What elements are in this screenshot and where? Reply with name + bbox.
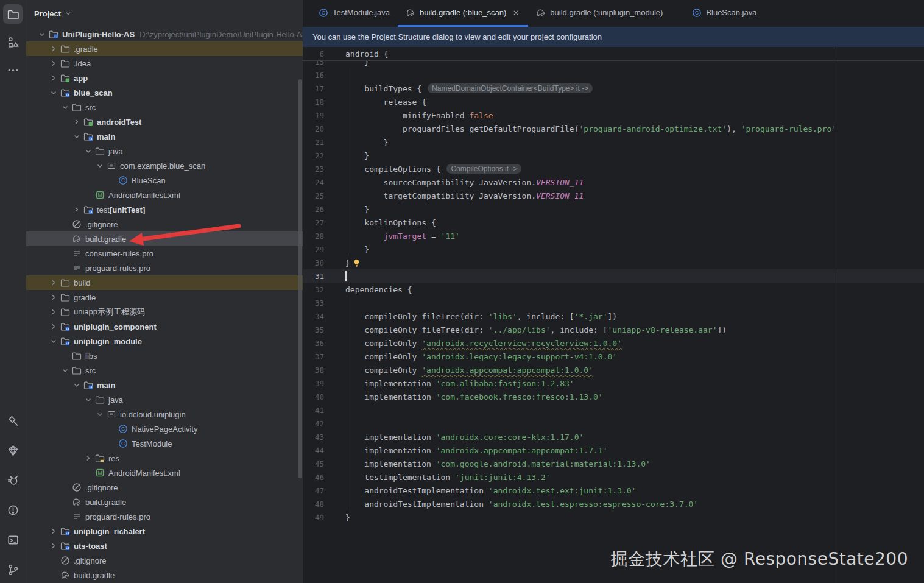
chevron-down-icon[interactable]	[72, 132, 82, 141]
code-line[interactable]: 41	[303, 403, 924, 417]
tree-item[interactable]: .idea	[26, 56, 303, 71]
code-line-clipped[interactable]: 15 }	[303, 61, 924, 68]
chevron-down-icon[interactable]	[95, 409, 105, 419]
tree-item[interactable]: MAndroidManifest.xml	[26, 465, 303, 480]
tree-item[interactable]: java	[26, 392, 303, 407]
tree-item[interactable]: build.gradle	[26, 231, 303, 246]
chevron-right-icon[interactable]	[49, 73, 58, 83]
code-line[interactable]: 47 androidTestImplementation 'androidx.t…	[303, 484, 924, 497]
tree-item[interactable]: app	[26, 71, 303, 85]
app-quality-insights-gem-icon[interactable]	[3, 440, 23, 460]
tree-item[interactable]: src	[26, 100, 303, 115]
chevron-down-icon[interactable]	[60, 102, 70, 112]
tree-item[interactable]: CTestModule	[26, 436, 303, 451]
code-line[interactable]: 21 }	[303, 135, 924, 149]
tree-item[interactable]: uts-toast	[26, 539, 303, 553]
tree-item[interactable]: uniplugin_richalert	[26, 524, 303, 539]
logcat-cat-icon[interactable]	[3, 470, 23, 490]
chevron-down-icon[interactable]	[72, 380, 82, 390]
tree-item[interactable]: .gitignore	[26, 217, 303, 231]
tree-item[interactable]: proguard-rules.pro	[26, 509, 303, 524]
code-editor[interactable]: 6android {15 }1617 buildTypes { NamedDom…	[303, 47, 924, 583]
code-line[interactable]: 45 implementation 'com.google.android.ma…	[303, 457, 924, 470]
code-line[interactable]: 40 implementation 'com.facebook.fresco:f…	[303, 390, 924, 403]
tree-item[interactable]: libs	[26, 348, 303, 363]
chevron-right-icon[interactable]	[72, 117, 82, 127]
code-line[interactable]: 34 compileOnly fileTree(dir: 'libs', inc…	[303, 309, 924, 323]
code-line[interactable]: 27 kotlinOptions {	[303, 216, 924, 229]
tree-item[interactable]: UniPlugin-Hello-ASD:\zyproject\uniPlugin…	[26, 27, 303, 41]
chevron-right-icon[interactable]	[49, 526, 58, 536]
chevron-down-icon[interactable]	[83, 395, 93, 405]
code-line[interactable]: 29 }	[303, 242, 924, 256]
chevron-right-icon[interactable]	[49, 541, 58, 551]
chevron-right-icon[interactable]	[49, 58, 58, 68]
tree-item[interactable]: main	[26, 378, 303, 392]
chevron-right-icon[interactable]	[72, 205, 82, 214]
chevron-right-icon[interactable]	[49, 44, 58, 54]
code-line[interactable]: 46 testImplementation 'junit:junit:4.13.…	[303, 470, 924, 484]
project-panel-title[interactable]: Project	[34, 9, 61, 18]
build-hammer-icon[interactable]	[3, 411, 23, 430]
tree-item[interactable]: consumer-rules.pro	[26, 246, 303, 261]
tree-item[interactable]: io.dcloud.uniplugin	[26, 407, 303, 422]
code-line[interactable]: 31	[303, 269, 924, 283]
tree-item[interactable]: com.example.blue_scan	[26, 158, 303, 173]
tree-item[interactable]: uniplugin_component	[26, 319, 303, 334]
tree-item[interactable]: java	[26, 144, 303, 158]
intention-bulb-icon[interactable]	[352, 258, 361, 267]
chevron-down-icon[interactable]	[37, 29, 47, 39]
code-line[interactable]: 26 }	[303, 202, 924, 216]
tree-item[interactable]: res	[26, 451, 303, 465]
chevron-right-icon[interactable]	[49, 292, 58, 302]
code-line[interactable]: 42	[303, 417, 924, 430]
editor-tab[interactable]: build.gradle (:blue_scan)	[398, 0, 528, 27]
tree-item[interactable]: androidTest	[26, 115, 303, 129]
chevron-down-icon[interactable]	[95, 161, 105, 171]
tree-item[interactable]: uniplugin_module	[26, 334, 303, 348]
code-line[interactable]: 28 jvmTarget = '11'	[303, 229, 924, 242]
code-line[interactable]: 38 compileOnly 'androidx.appcompat:appco…	[303, 363, 924, 376]
close-icon[interactable]	[512, 9, 520, 17]
code-line[interactable]: 24 sourceCompatibility JavaVersion.VERSI…	[303, 175, 924, 189]
code-line[interactable]: 37 compileOnly 'androidx.legacy:legacy-s…	[303, 350, 924, 363]
chevron-right-icon[interactable]	[83, 453, 93, 463]
code-line[interactable]: 43 implementation 'androidx.core:core-kt…	[303, 430, 924, 443]
code-line[interactable]: 35 compileOnly fileTree(dir: '../app/lib…	[303, 323, 924, 336]
tree-item[interactable]: build	[26, 275, 303, 290]
tree-item[interactable]: blue_scan	[26, 85, 303, 100]
code-line[interactable]: 33	[303, 296, 924, 309]
code-line[interactable]: 22 }	[303, 149, 924, 162]
project-folder-icon[interactable]	[3, 4, 23, 24]
tree-item[interactable]: MAndroidManifest.xml	[26, 188, 303, 202]
chevron-down-icon[interactable]	[49, 88, 58, 97]
tree-item[interactable]: gradle	[26, 290, 303, 305]
chevron-down-icon[interactable]	[83, 146, 93, 156]
code-line[interactable]: 36 compileOnly 'androidx.recyclerview:re…	[303, 336, 924, 350]
chevron-down-icon[interactable]	[60, 366, 70, 375]
chevron-down-icon[interactable]	[49, 336, 58, 346]
tree-item[interactable]: .gradle	[26, 41, 303, 56]
tree-item[interactable]: proguard-rules.pro	[26, 261, 303, 275]
code-line[interactable]: 25 targetCompatibility JavaVersion.VERSI…	[303, 189, 924, 202]
tree-item[interactable]: main	[26, 129, 303, 144]
editor-tab[interactable]: CTestModule.java	[311, 0, 398, 27]
code-line[interactable]: 19 minifyEnabled false	[303, 108, 924, 122]
tree-item[interactable]: src	[26, 363, 303, 378]
code-line[interactable]: 44 implementation 'androidx.appcompat:ap…	[303, 443, 924, 457]
tree-item[interactable]: .gitignore	[26, 553, 303, 568]
chevron-right-icon[interactable]	[49, 307, 58, 317]
code-line[interactable]: 49}	[303, 511, 924, 524]
tree-item[interactable]: .gitignore	[26, 480, 303, 495]
code-line[interactable]: 39 implementation 'com.alibaba:fastjson:…	[303, 376, 924, 390]
tree-item[interactable]: uniapp示例工程源码	[26, 305, 303, 319]
sticky-code-line[interactable]: 6android {	[303, 47, 924, 61]
tree-item[interactable]: CBlueScan	[26, 173, 303, 188]
chevron-right-icon[interactable]	[49, 278, 58, 288]
code-line[interactable]: 32dependencies {	[303, 283, 924, 296]
code-line[interactable]: 23 compileOptions { CompileOptions it ->	[303, 162, 924, 175]
code-line[interactable]: 48 androidTestImplementation 'androidx.t…	[303, 497, 924, 511]
structure-icon[interactable]	[3, 32, 23, 52]
terminal-icon[interactable]	[3, 530, 23, 549]
editor-tab[interactable]: build.gradle (:uniplugin_module)	[528, 0, 671, 27]
